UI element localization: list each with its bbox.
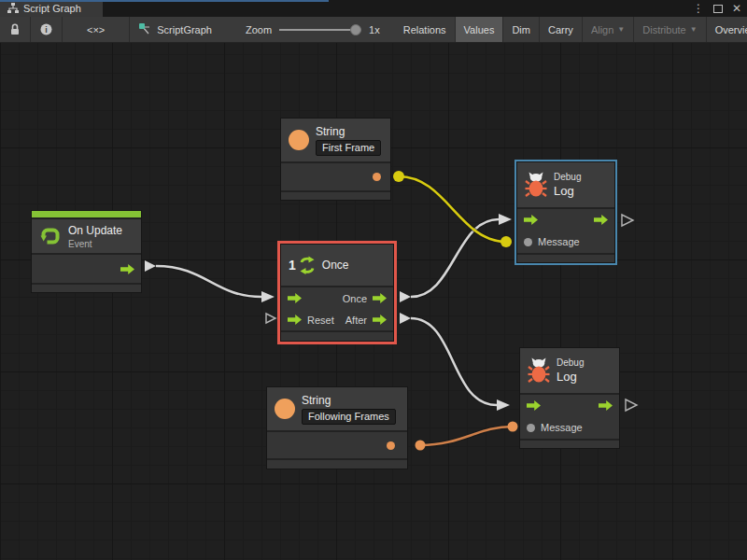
script-graph-icon: [139, 23, 151, 35]
zoom-control: Zoom 1x: [236, 17, 389, 42]
debug-top-input-arrowhead: [499, 214, 512, 225]
zoom-value: 1x: [369, 24, 380, 35]
debug-bottom-input-arrowhead: [497, 399, 510, 411]
code-view-label: <×>: [87, 24, 105, 35]
graph-identity: ScriptGraph: [130, 17, 221, 42]
graph-canvas[interactable]: On Update Event String First Frame: [0, 43, 747, 560]
debug-ports: Message: [520, 395, 619, 439]
relations-label: Relations: [403, 24, 446, 35]
node-footer: [32, 285, 141, 292]
overview-button[interactable]: Overview: [707, 17, 747, 42]
values-label: Values: [464, 24, 495, 35]
string-ports-row: [281, 163, 390, 190]
code-view-button[interactable]: <×>: [63, 17, 130, 42]
info-icon: i: [40, 23, 52, 35]
relations-button[interactable]: Relations: [395, 17, 456, 42]
node-string-first-frame[interactable]: String First Frame: [280, 118, 391, 201]
orange-wire-start-dot[interactable]: [416, 441, 426, 451]
tab-title: Script Graph: [23, 3, 81, 14]
flow-output-port[interactable]: [599, 400, 613, 411]
node-once[interactable]: 1 Once Once: [280, 244, 394, 342]
distribute-label: Distribute: [642, 24, 685, 35]
node-footer: [520, 441, 619, 448]
orange-wire-end-dot[interactable]: [508, 422, 518, 432]
flow-input-port[interactable]: [524, 215, 538, 225]
once-output-port[interactable]: [373, 293, 387, 303]
chevron-down-icon: ▼: [617, 25, 625, 34]
tab-script-graph[interactable]: Script Graph: [0, 0, 103, 17]
info-button[interactable]: i: [31, 17, 63, 42]
once-input-arrowhead: [261, 291, 275, 302]
reset-input-port[interactable]: [288, 315, 302, 325]
node-string-following-frames[interactable]: String Following Frames: [266, 386, 408, 469]
node-debug-log-bottom[interactable]: Debug Log Message: [519, 347, 620, 449]
yellow-wire-start-dot[interactable]: [393, 171, 404, 182]
window-menu-icon[interactable]: ⋮: [693, 0, 704, 17]
maximize-icon[interactable]: [713, 5, 723, 13]
string-output-port[interactable]: [387, 441, 395, 450]
node-on-update[interactable]: On Update Event: [31, 210, 142, 293]
zoom-slider[interactable]: [279, 24, 361, 35]
wire-string-to-debug-top-message[interactable]: [399, 176, 506, 242]
node-debug-log-top[interactable]: Debug Log Message: [516, 161, 615, 263]
wire-once-to-debug-top[interactable]: [411, 219, 499, 297]
debug-bottom-output-connector[interactable]: [626, 399, 637, 411]
once-reset-input-connector[interactable]: [266, 314, 275, 323]
node-title: Log: [554, 184, 581, 198]
string-output-port[interactable]: [373, 173, 381, 181]
node-footer: [517, 255, 614, 262]
wire-after-to-debug-bottom[interactable]: [411, 318, 497, 405]
flow-output-port[interactable]: [594, 215, 608, 225]
message-label: Message: [538, 236, 580, 247]
wire-onupdate-to-once[interactable]: [156, 266, 261, 297]
node-footer: [281, 192, 390, 200]
zoom-slider-handle[interactable]: [350, 24, 361, 35]
lock-button[interactable]: [0, 17, 31, 42]
node-title: On Update: [68, 224, 122, 237]
overview-label: Overview: [715, 24, 747, 35]
once-after-output-connector[interactable]: [400, 313, 411, 324]
debug-flow-row: [520, 395, 619, 416]
flow-output-port[interactable]: [120, 264, 134, 274]
cycle-icon: [299, 256, 316, 275]
focus-highlight-line: [0, 0, 329, 2]
onupdate-output-connector[interactable]: [145, 260, 156, 272]
string-value-input[interactable]: First Frame: [316, 140, 381, 156]
zoom-slider-track: [279, 29, 361, 31]
debug-top-output-connector[interactable]: [622, 215, 633, 226]
dim-button[interactable]: Dim: [503, 17, 540, 42]
flow-input-port[interactable]: [288, 293, 302, 303]
node-subtitle: Event: [68, 239, 122, 249]
svg-text:i: i: [45, 25, 48, 35]
values-button[interactable]: Values: [456, 17, 504, 42]
node-title: String: [302, 394, 396, 407]
string-header: String Following Frames: [267, 387, 407, 430]
once-once-output-connector[interactable]: [400, 291, 411, 302]
debug-header: Debug Log: [520, 348, 619, 393]
once-output-label: Once: [343, 293, 367, 304]
align-button[interactable]: Align▼: [583, 17, 634, 42]
loop-event-icon: [39, 225, 62, 247]
message-input-port[interactable]: [527, 424, 535, 432]
after-output-port[interactable]: [373, 315, 387, 325]
distribute-button[interactable]: Distribute▼: [634, 17, 706, 42]
carry-button[interactable]: Carry: [540, 17, 583, 42]
flow-input-port[interactable]: [527, 400, 541, 411]
reset-label: Reset: [307, 315, 334, 326]
close-icon[interactable]: ✕: [732, 0, 741, 17]
message-label: Message: [541, 422, 583, 433]
once-row-1: Once: [281, 287, 393, 309]
lock-icon: [9, 23, 21, 35]
debug-message-row: Message: [520, 416, 619, 439]
graph-toolbar: i <×> ScriptGraph Zoom 1x Relations Valu…: [0, 17, 747, 43]
message-input-port[interactable]: [524, 238, 532, 246]
yellow-wire-end-dot[interactable]: [500, 236, 512, 247]
align-label: Align: [591, 24, 613, 35]
dim-label: Dim: [512, 24, 530, 35]
hierarchy-icon: [7, 3, 19, 14]
string-header: String First Frame: [281, 119, 390, 161]
string-value-input[interactable]: Following Frames: [302, 409, 396, 425]
bug-icon: [528, 357, 550, 384]
chevron-down-icon: ▼: [690, 25, 698, 34]
on-update-ports-row: [32, 255, 141, 283]
